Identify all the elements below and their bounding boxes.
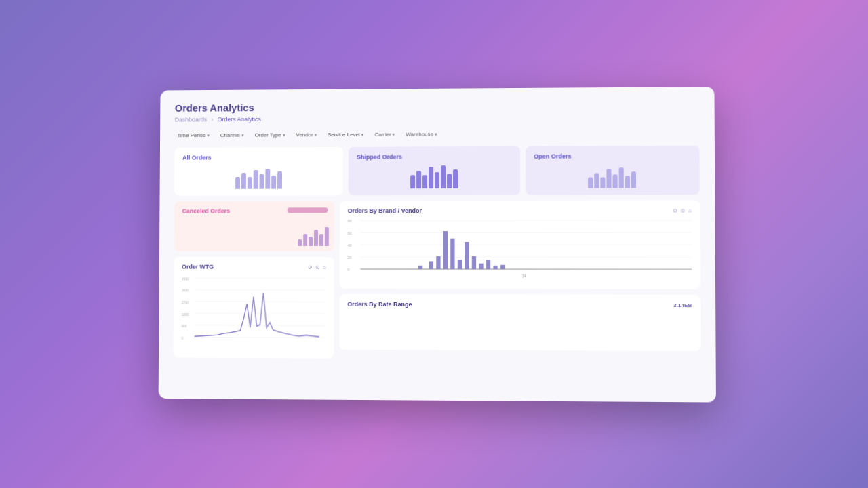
bar [416, 171, 421, 188]
filter-time-period[interactable]: Time Period [175, 131, 213, 140]
settings-icon[interactable]: ⊙ [315, 264, 320, 270]
breadcrumb-home[interactable]: Dashboards [175, 116, 207, 123]
filter-bar: Time Period Channel Order Type Vendor Se… [175, 129, 700, 140]
bar [607, 169, 612, 188]
bar [631, 171, 636, 188]
wtg-line-chart: 4500 3600 2700 1800 900 0 [181, 274, 326, 349]
bar [259, 174, 264, 189]
date-card-header: Orders By Date Range 3.14EB [347, 301, 692, 308]
card-orders-by-date: Orders By Date Range 3.14EB [339, 294, 701, 351]
svg-rect-32 [486, 260, 490, 269]
svg-rect-23 [418, 266, 422, 269]
card-order-wtg: Order WTG ⊙ ⊙ ⌂ 4500 3600 2700 1800 [174, 257, 334, 359]
brand-zoom-icon[interactable]: ⊙ [673, 207, 677, 214]
bar [441, 165, 446, 188]
brand-card-header: Orders By Brand / Vendor ⊙ ⊙ ⌂ [348, 207, 692, 214]
bar [613, 174, 618, 188]
filter-order-type[interactable]: Order Type [252, 130, 288, 139]
right-column: Orders By Brand / Vendor ⊙ ⊙ ⌂ 80 60 40 … [339, 200, 701, 360]
bar [625, 176, 630, 188]
bar [265, 169, 270, 189]
download-icon[interactable]: ⌂ [323, 264, 326, 270]
card-orders-by-brand: Orders By Brand / Vendor ⊙ ⊙ ⌂ 80 60 40 … [339, 200, 700, 289]
bar [619, 167, 624, 188]
svg-text:2700: 2700 [182, 300, 189, 304]
canceled-orders-chart [298, 226, 329, 246]
canceled-progress-bar [288, 207, 328, 213]
left-column: Canceled Orders Order WTG [174, 201, 334, 358]
bar [303, 234, 307, 246]
bar [309, 237, 313, 246]
filter-vendor[interactable]: Vendor [293, 130, 319, 139]
bar [241, 173, 246, 189]
filter-warehouse[interactable]: Warehouse [403, 129, 440, 138]
svg-rect-27 [450, 239, 454, 269]
svg-text:0: 0 [347, 268, 349, 272]
svg-line-11 [195, 337, 326, 338]
bar [594, 173, 599, 188]
breadcrumb: Dashboards › Orders Analytics [175, 113, 700, 123]
bar [447, 174, 452, 188]
order-wtg-header: Order WTG ⊙ ⊙ ⌂ [182, 264, 326, 270]
chart-icon-group: ⊙ ⊙ ⌂ [308, 264, 326, 270]
svg-rect-25 [436, 256, 440, 269]
shipped-orders-title: Shipped Orders [357, 153, 512, 161]
brand-bar-chart: 80 60 40 20 0 [347, 217, 692, 282]
svg-line-9 [195, 313, 326, 314]
svg-rect-28 [458, 260, 462, 269]
svg-rect-24 [429, 261, 433, 269]
svg-line-22 [360, 269, 692, 270]
bar [422, 175, 427, 188]
filter-channel[interactable]: Channel [218, 131, 247, 140]
date-chart-value: 3.14EB [673, 302, 692, 308]
card-shipped-orders: Shipped Orders [349, 146, 520, 196]
bar [298, 239, 302, 246]
breadcrumb-separator: › [211, 116, 213, 123]
order-wtg-title: Order WTG [182, 264, 214, 270]
brand-download-icon[interactable]: ⌂ [688, 207, 692, 214]
card-canceled-orders: Canceled Orders [174, 201, 334, 251]
svg-text:1800: 1800 [182, 312, 189, 316]
all-orders-title: All Orders [182, 154, 335, 161]
bar [410, 175, 415, 188]
bar [247, 177, 252, 189]
brand-chart-title: Orders By Brand / Vendor [348, 207, 422, 214]
svg-rect-33 [493, 266, 497, 269]
date-chart-title: Orders By Date Range [347, 301, 412, 308]
bar [314, 230, 318, 246]
summary-cards: All Orders Shipped Orders [174, 146, 700, 196]
card-open-orders: Open Orders [526, 146, 700, 195]
svg-rect-31 [479, 264, 483, 269]
svg-text:0: 0 [181, 336, 183, 340]
bar [235, 177, 240, 189]
bar [601, 177, 606, 188]
svg-line-10 [195, 325, 326, 326]
bar [277, 171, 282, 189]
svg-text:900: 900 [182, 324, 187, 328]
brand-settings-icon[interactable]: ⊙ [680, 207, 685, 214]
dashboard-container: Orders Analytics Dashboards › Orders Ana… [159, 87, 716, 402]
filter-service-level[interactable]: Service Level [325, 130, 366, 139]
zoom-icon[interactable]: ⊙ [308, 264, 313, 270]
svg-rect-26 [443, 231, 448, 269]
filter-carrier[interactable]: Carrier [372, 130, 398, 139]
svg-rect-30 [472, 256, 476, 269]
brand-chart-icons: ⊙ ⊙ ⌂ [673, 207, 691, 214]
open-orders-chart [534, 165, 691, 188]
open-orders-title: Open Orders [534, 152, 691, 160]
shipped-orders-chart [357, 165, 512, 189]
bar [271, 176, 276, 189]
svg-text:4500: 4500 [182, 277, 189, 281]
svg-text:80: 80 [348, 220, 352, 224]
bar [253, 170, 258, 189]
page-title: Orders Analytics [175, 99, 699, 113]
all-orders-chart [182, 166, 336, 189]
bar [429, 167, 433, 188]
card-all-orders: All Orders [174, 147, 343, 196]
svg-text:24: 24 [522, 274, 526, 278]
breadcrumb-current: Orders Analytics [218, 116, 261, 123]
bar [435, 172, 439, 188]
bar [588, 177, 593, 188]
svg-rect-29 [465, 242, 469, 269]
svg-text:20: 20 [347, 256, 351, 260]
